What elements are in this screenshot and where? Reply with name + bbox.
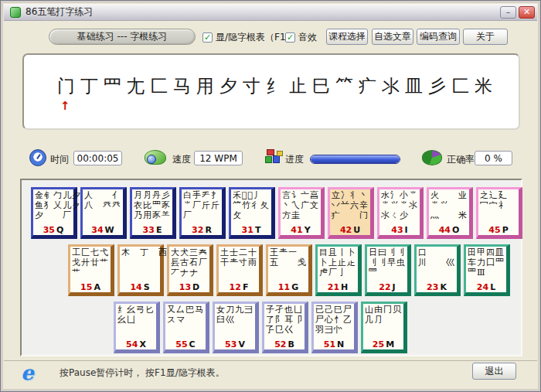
show-radicals-checkbox[interactable]: ✓ 显/隐字根表（F1） (202, 31, 295, 44)
key-O[interactable]: 火 业⺌⺍灬 米44O (427, 187, 473, 239)
key-label: 12F (219, 282, 259, 292)
titlebar: 86五笔打字练习 – ✕ (4, 4, 537, 21)
key-label: 51N (314, 339, 354, 349)
key-W[interactable]: 人 亻八 癶癶34W (80, 187, 127, 239)
key-M[interactable]: 山由冂贝几⺆25M (361, 302, 407, 353)
key-radicals: 木 丁 西 (120, 247, 160, 257)
sound-checkbox[interactable]: ✓ 音效 (285, 31, 317, 44)
key-U[interactable]: 立冫丬丶丷䒑六辛疒 门42U (328, 187, 374, 239)
key-Y[interactable]: 言讠亠亯丶乀广文方圭41Y (278, 187, 325, 239)
key-A[interactable]: 工匚七弋戈廾廿艹艹15A (68, 244, 114, 296)
key-label: 53V (215, 339, 255, 349)
key-radicals: 水氵小⺌⺌⺍⺌氺氺ㄑ少 (379, 189, 420, 220)
window-title: 86五笔打字练习 (26, 5, 93, 19)
key-K[interactable]: 口川 巛23K (414, 244, 461, 296)
key-radicals: 火 业⺌⺍灬 米 (429, 189, 469, 220)
key-label: 23K (417, 282, 457, 292)
key-V[interactable]: 女刀九彐臼巛53V (213, 302, 259, 353)
key-radicals: 金钅勹儿夕鱼犭乂儿ク夕 厂 (33, 189, 73, 220)
key-label: 42U (330, 225, 370, 235)
accuracy-label: 正确率 (447, 153, 475, 166)
key-F[interactable]: 土士二十干龶寸雨12F (216, 244, 263, 296)
app-icon (10, 7, 21, 18)
key-radicals: 子孑也凵了阝耳卩孒㔾巜 (264, 304, 305, 335)
key-label: 35Q (33, 225, 73, 235)
key-radicals: 女刀九彐臼巛 (215, 304, 255, 325)
key-label: 33E (132, 225, 172, 235)
key-label: 32R (182, 225, 222, 235)
code-lookup-button[interactable]: 编码查询 (417, 29, 460, 45)
key-X[interactable]: 纟幺弓匕幺凵54X (114, 302, 160, 353)
key-radicals: 口川 巛 (417, 247, 457, 268)
clock-icon (29, 149, 46, 166)
time-label: 时间 (50, 153, 69, 166)
show-radicals-label: 显/隐字根表（F1） (216, 31, 295, 44)
key-B[interactable]: 子孑也凵了阝耳卩孒㔾巜52B (262, 302, 308, 353)
key-label: 55C (165, 339, 206, 349)
key-radicals: 目且丨卜卜上止龰虍厂亅 (318, 247, 358, 278)
radical-keyboard-panel: 金钅勹儿夕鱼犭乂儿ク夕 厂35Q人 亻八 癶癶34W月⺼丹彡衣比罒豕乃用豕⺷33… (20, 179, 522, 356)
checkbox-check-icon[interactable]: ✓ (202, 32, 213, 43)
app-window: 86五笔打字练习 – ✕ 基础练习 --- 字根练习 ✓ 显/隐字根表（F1） … (0, 0, 541, 392)
key-radicals: 又厶巴马スマ (165, 304, 206, 325)
speed-value: 12 WPM (194, 151, 243, 165)
course-select-button[interactable]: 课程选择 (326, 29, 368, 45)
key-D[interactable]: 大犬三𡗗镸古石厂丆ナナ13D (167, 244, 213, 296)
key-label: 22J (367, 282, 407, 292)
key-N[interactable]: 已己巳尸尸心忄乙羽彐㣺51N (311, 302, 358, 353)
key-S[interactable]: 木 丁 西14S (117, 244, 164, 296)
minimize-button[interactable]: – (500, 6, 516, 19)
key-label: 13D (169, 282, 209, 292)
key-radicals: 月⺼丹彡衣比罒豕乃用豕⺷ (132, 189, 172, 220)
key-radicals: 言讠亠亯丶乀广文方圭 (281, 189, 321, 220)
key-P[interactable]: 之辶廴冖宀礻45P (476, 187, 522, 239)
progress-label: 进度 (285, 153, 304, 166)
ie-logo-icon: e (21, 363, 34, 383)
exit-button[interactable]: 退出 (472, 363, 516, 380)
key-radicals: 已己巳尸尸心忄乙羽彐㣺 (314, 304, 354, 335)
key-radicals: 之辶廴冖宀礻 (478, 189, 519, 210)
key-I[interactable]: 水氵小⺌⺌⺍⺌氺氺ㄑ少43I (377, 187, 424, 239)
key-radicals: 田甲四皿车力囗罒罒Ⅲ (466, 247, 506, 278)
key-label: 41Y (281, 225, 321, 235)
key-label: 54X (116, 339, 156, 349)
key-radicals: 禾𥝌𠂉丿⺮竹彳夂攵 (231, 189, 271, 220)
key-radicals: 日曰刂刂刂刂早虫⺜ (367, 247, 407, 278)
key-radicals: 大犬三𡗗镸古石厂丆ナナ (169, 247, 209, 278)
about-button[interactable]: 关于 (463, 29, 508, 45)
statusbar-hint: 按Pause暂停计时， 按F1显/隐字根表。 (60, 366, 225, 380)
key-radicals: 纟幺弓匕幺凵 (116, 304, 156, 325)
progress-bar (310, 155, 400, 164)
cursor-arrow-icon: ↑ (60, 99, 70, 113)
key-radicals: 土士二十干龶寸雨 (219, 247, 259, 268)
key-L[interactable]: 田甲四皿车力囗罒罒Ⅲ24L (464, 244, 510, 296)
key-Q[interactable]: 金钅勹儿夕鱼犭乂儿ク夕 厂35Q (31, 187, 77, 239)
key-radicals: 立冫丬丶丷䒑六辛疒 门 (330, 189, 370, 220)
key-label: 34W (83, 225, 123, 235)
speed-label: 速度 (172, 153, 191, 166)
key-E[interactable]: 月⺼丹彡衣比罒豕乃用豕⺷33E (130, 187, 176, 239)
close-button[interactable]: ✕ (519, 6, 535, 19)
keyboard-row-3: 纟幺弓匕幺凵54X又厶巴马スマ55C女刀九彐臼巛53V子孑也凵了阝耳卩孒㔾巜52… (114, 302, 407, 353)
custom-article-button[interactable]: 自选文章 (372, 29, 413, 45)
sound-label: 音效 (298, 31, 317, 44)
progress-blocks-icon (265, 149, 284, 165)
key-radicals: 人 亻八 癶癶 (83, 189, 123, 210)
key-G[interactable]: 王龶一五 戋11G (266, 244, 312, 296)
key-J[interactable]: 日曰刂刂刂刂早虫⺜22J (365, 244, 411, 296)
key-H[interactable]: 目且丨卜卜上止龰虍厂亅21H (315, 244, 362, 296)
key-C[interactable]: 又厶巴马スマ55C (163, 302, 209, 353)
key-label: 14S (120, 282, 160, 292)
key-radicals: 白手龵扌⺌厂斤斤厂 (182, 189, 222, 220)
time-value: 00:00:05 (73, 151, 122, 165)
key-label: 24L (466, 282, 506, 292)
key-label: 43I (379, 225, 420, 235)
key-T[interactable]: 禾𥝌𠂉丿⺮竹彳夂攵31T (229, 187, 275, 239)
speedometer-icon (145, 150, 166, 165)
checkbox-check-icon[interactable]: ✓ (285, 32, 295, 43)
keyboard-row-1: 金钅勹儿夕鱼犭乂儿ク夕 厂35Q人 亻八 癶癶34W月⺼丹彡衣比罒豕乃用豕⺷33… (31, 187, 522, 239)
key-label: 15A (70, 282, 111, 292)
key-label: 31T (231, 225, 271, 235)
keyboard-row-2: 工匚七弋戈廾廿艹艹15A木 丁 西14S大犬三𡗗镸古石厂丆ナナ13D土士二十干龶… (68, 244, 510, 296)
key-R[interactable]: 白手龵扌⺌厂斤斤厂32R (179, 187, 226, 239)
